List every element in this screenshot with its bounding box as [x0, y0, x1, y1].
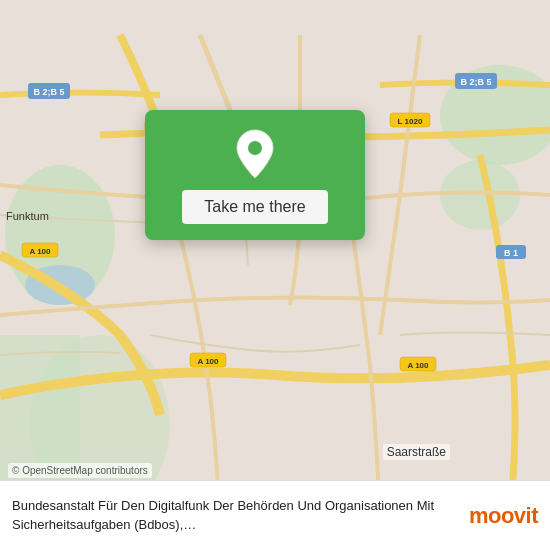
funktum-label: Funktum	[6, 210, 49, 222]
svg-text:A 100: A 100	[197, 357, 219, 366]
svg-text:B 2;B 5: B 2;B 5	[460, 77, 491, 87]
bottom-bar: Bundesanstalt Für Den Digitalfunk Der Be…	[0, 480, 550, 550]
moovit-logo: moovit	[469, 503, 538, 529]
map-pin-icon	[233, 128, 277, 180]
svg-text:B 1: B 1	[504, 248, 518, 258]
map-container: B 2;B 5 B 2;B 5 L 1020 L 1020 L 1020 A 1…	[0, 0, 550, 550]
location-description: Bundesanstalt Für Den Digitalfunk Der Be…	[12, 497, 469, 533]
saarstrasse-label: Saarstraße	[383, 444, 450, 460]
take-me-there-button[interactable]: Take me there	[182, 190, 327, 224]
svg-text:B 2;B 5: B 2;B 5	[33, 87, 64, 97]
moovit-logo-text: moovit	[469, 503, 538, 529]
svg-text:L 1020: L 1020	[398, 117, 423, 126]
svg-text:A 100: A 100	[29, 247, 51, 256]
svg-point-25	[248, 141, 262, 155]
location-card: Take me there	[145, 110, 365, 240]
osm-copyright: © OpenStreetMap contributors	[8, 463, 152, 478]
svg-text:A 100: A 100	[407, 361, 429, 370]
